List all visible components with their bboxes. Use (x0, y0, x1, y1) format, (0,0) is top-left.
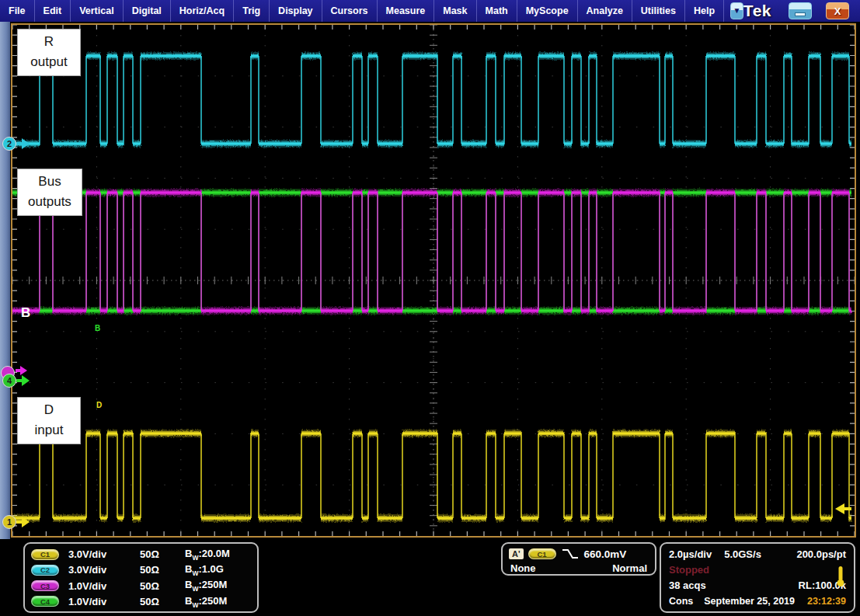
menu-item-edit[interactable]: Edit (35, 0, 71, 22)
acquisition-mode-label: Cons (669, 596, 693, 607)
channel-pill-C3[interactable]: C3 (31, 580, 59, 591)
vertical-readout-panel[interactable]: C13.0V/div50ΩBW:20.0MC23.0V/div50ΩBW:1.0… (23, 542, 259, 613)
graticule (11, 23, 856, 538)
channel-pill-C1[interactable]: C1 (31, 549, 59, 560)
channel-readout-row-C4[interactable]: C41.0V/div50ΩBW:250M (31, 594, 251, 609)
sample-rate-value: 5.0GS/s (724, 548, 761, 560)
menu-item-mask[interactable]: Mask (434, 0, 476, 22)
readout-bar: C13.0V/div50ΩBW:20.0MC23.0V/div50ΩBW:1.0… (0, 539, 860, 616)
channel-impedance: 50Ω (140, 564, 185, 576)
menu-item-myscope[interactable]: MyScope (517, 0, 578, 22)
channel-1-badge: 1 (2, 515, 16, 529)
channel-bandwidth: BW:250M (185, 579, 227, 593)
channel-bandwidth: BW:1.0G (185, 563, 224, 577)
bus-trace-letter: B (95, 324, 100, 332)
trigger-readout-panel[interactable]: A' C1 660.0mV None Normal (501, 542, 656, 576)
channel-scale: 1.0V/div (68, 596, 140, 607)
horizontal-readout-panel[interactable]: 2.0µs/div 5.0GS/s 200.0ps/pt Stopped 38 … (660, 542, 855, 613)
menu-item-utilities[interactable]: Utilities (632, 0, 685, 22)
menu-item-file[interactable]: File (0, 0, 35, 22)
temperature-icon (837, 566, 844, 587)
channel-4-arrow-icon (22, 375, 30, 386)
menu-item-horiz-acq[interactable]: Horiz/Acq (171, 0, 234, 22)
trigger-level-value: 660.0mV (584, 548, 627, 560)
channel-scale: 3.0V/div (68, 548, 140, 560)
channel-1-arrow-icon (22, 517, 30, 527)
date-value: September 25, 2019 (704, 596, 795, 607)
trigger-a-badge: A' (509, 548, 524, 559)
label-d-input: D input (17, 397, 81, 444)
timebase-value: 2.0µs/div (669, 548, 712, 560)
trigger-holdoff-label: None (510, 562, 536, 574)
menu-item-math[interactable]: Math (477, 0, 517, 22)
label-b-annotation: B (21, 305, 30, 321)
channel-3-arrow-icon (20, 366, 27, 375)
channel-2-badge: 2 (2, 137, 16, 151)
minimize-icon (795, 12, 806, 16)
menu-item-help[interactable]: Help (685, 0, 724, 22)
acquisition-count: 38 acqs (669, 579, 706, 591)
trigger-source-pill[interactable]: C1 (528, 548, 556, 559)
menu-bar: FileEditVerticalDigitalHoriz/AcqTrigDisp… (0, 0, 860, 22)
channel-4-badge: 4 (2, 374, 16, 388)
label-r-output: R output (17, 29, 81, 76)
falling-edge-icon (561, 548, 580, 560)
channel-pill-C2[interactable]: C2 (31, 565, 59, 576)
label-bus-outputs: Bus outputs (17, 169, 82, 216)
menu-item-trig[interactable]: Trig (234, 0, 270, 22)
chevron-down-icon: ▼ (733, 7, 741, 15)
channel-impedance: 50Ω (140, 548, 185, 560)
channel-scale: 3.0V/div (68, 564, 140, 576)
menu-item-cursors[interactable]: Cursors (322, 0, 378, 22)
time-value: 23:12:39 (807, 596, 846, 607)
channel-readout-row-C3[interactable]: C31.0V/div50ΩBW:250M (31, 579, 251, 593)
channel-impedance: 50Ω (140, 580, 185, 592)
menu-item-digital[interactable]: Digital (124, 0, 171, 22)
acquisition-status: Stopped (669, 564, 709, 576)
channel-pill-C4[interactable]: C4 (31, 596, 59, 607)
resolution-value: 200.0ps/pt (796, 548, 846, 560)
close-icon: X (834, 6, 841, 16)
menu-item-measure[interactable]: Measure (378, 0, 435, 22)
tek-logo: Tek (743, 2, 771, 20)
trigger-arrow-icon (835, 503, 844, 514)
minimize-button[interactable] (789, 2, 812, 19)
close-button[interactable]: X (826, 2, 849, 19)
graticule-grid (12, 25, 855, 536)
channel-bandwidth: BW:20.0M (185, 548, 230, 562)
d-trace-letter: D (96, 401, 102, 409)
menu-dropdown-button[interactable]: ▼ (730, 2, 743, 19)
channel-scale: 1.0V/div (68, 580, 140, 592)
channel-readout-row-C2[interactable]: C23.0V/div50ΩBW:1.0G (31, 562, 251, 577)
channel-readout-row-C1[interactable]: C13.0V/div50ΩBW:20.0M (31, 547, 251, 562)
trigger-mode-label: Normal (612, 562, 647, 574)
channel-2-arrow-icon (22, 138, 30, 149)
menu-items: FileEditVerticalDigitalHoriz/AcqTrigDisp… (0, 0, 724, 22)
ch4-bus-green-trace (12, 193, 851, 311)
menu-item-vertical[interactable]: Vertical (71, 0, 123, 22)
waveform-display (12, 25, 855, 536)
ch2-r-output-trace (12, 56, 851, 144)
menu-item-analyze[interactable]: Analyze (578, 0, 632, 22)
channel-impedance: 50Ω (140, 596, 185, 607)
menubar-right: Tek X (743, 0, 860, 22)
menu-item-display[interactable]: Display (270, 0, 322, 22)
channel-bandwidth: BW:250M (185, 595, 227, 609)
ch3-bus-magenta-trace (12, 193, 851, 311)
trigger-arrow-stem (844, 507, 851, 510)
